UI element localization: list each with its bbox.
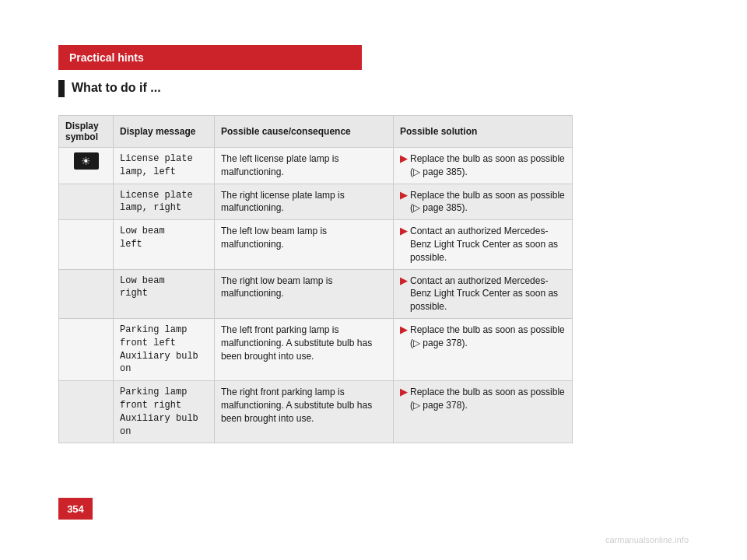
solution-cell: ▶Contact an authorized Mercedes-Benz Lig… xyxy=(394,220,573,269)
solution-text: Replace the bulb as soon as possible (▷ … xyxy=(410,324,566,350)
table-row: ☀License plate lamp, leftThe left licens… xyxy=(59,148,573,184)
symbol-cell xyxy=(59,381,114,443)
cause-cell: The left front parking lamp is malfuncti… xyxy=(215,318,394,380)
subsection-title: What to do if ... xyxy=(72,81,161,95)
message-cell: License plate lamp, left xyxy=(114,148,215,184)
section-header-text: Practical hints xyxy=(69,51,144,64)
message-cell: Low beam left xyxy=(114,220,215,269)
solution-text: Contact an authorized Mercedes-Benz Ligh… xyxy=(410,225,566,264)
solution-text: Contact an authorized Mercedes-Benz Ligh… xyxy=(410,275,566,313)
cause-cell: The left low beam lamp is malfunctioning… xyxy=(215,220,394,269)
section-header: Practical hints xyxy=(58,45,362,70)
message-cell: Parking lamp front right Auxiliary bulb … xyxy=(114,381,215,443)
cause-cell: The right low beam lamp is malfunctionin… xyxy=(215,269,394,318)
solution-text: Replace the bulb as soon as possible (▷ … xyxy=(410,152,566,179)
arrow-icon: ▶ xyxy=(400,275,407,288)
solution-text: Replace the bulb as soon as possible (▷ … xyxy=(410,386,566,412)
col-header-message: Display message xyxy=(114,116,215,148)
main-table: Display symbol Display message Possible … xyxy=(58,115,573,443)
arrow-icon: ▶ xyxy=(400,152,407,166)
solution-cell: ▶Replace the bulb as soon as possible (▷… xyxy=(394,148,573,184)
page-container: Practical hints What to do if ... Displa… xyxy=(0,0,747,560)
symbol-cell: ☀ xyxy=(59,148,114,184)
solution-text: Replace the bulb as soon as possible (▷ … xyxy=(410,189,566,215)
message-cell: Parking lamp front left Auxiliary bulb o… xyxy=(114,318,215,380)
symbol-cell xyxy=(59,269,114,318)
arrow-icon: ▶ xyxy=(400,225,407,238)
solution-cell: ▶Replace the bulb as soon as possible (▷… xyxy=(394,184,573,220)
cause-cell: The left license plate lamp is malfuncti… xyxy=(215,148,394,184)
solution-cell: ▶Contact an authorized Mercedes-Benz Lig… xyxy=(394,269,573,318)
page-number: 354 xyxy=(67,503,84,515)
watermark: carmanualsonline.info xyxy=(605,535,689,544)
arrow-icon: ▶ xyxy=(400,386,407,399)
symbol-cell xyxy=(59,184,114,220)
message-cell: License plate lamp, right xyxy=(114,184,215,220)
solution-cell: ▶Replace the bulb as soon as possible (▷… xyxy=(394,318,573,380)
lamp-icon: ☀ xyxy=(74,152,99,170)
cause-cell: The right license plate lamp is malfunct… xyxy=(215,184,394,220)
arrow-icon: ▶ xyxy=(400,324,407,337)
table-row: Parking lamp front left Auxiliary bulb o… xyxy=(59,318,573,380)
col-header-cause: Possible cause/consequence xyxy=(215,116,394,148)
solution-cell: ▶Replace the bulb as soon as possible (▷… xyxy=(394,381,573,443)
subsection-bullet xyxy=(58,80,65,97)
table-row: Parking lamp front right Auxiliary bulb … xyxy=(59,381,573,443)
page-number-box: 354 xyxy=(58,498,93,520)
col-header-symbol: Display symbol xyxy=(59,116,114,148)
table-row: Low beam leftThe left low beam lamp is m… xyxy=(59,220,573,269)
symbol-cell xyxy=(59,318,114,380)
cause-cell: The right front parking lamp is malfunct… xyxy=(215,381,394,443)
message-cell: Low beam right xyxy=(114,269,215,318)
table-row: Low beam rightThe right low beam lamp is… xyxy=(59,269,573,318)
arrow-icon: ▶ xyxy=(400,189,407,202)
col-header-solution: Possible solution xyxy=(394,116,573,148)
symbol-cell xyxy=(59,220,114,269)
table-row: License plate lamp, rightThe right licen… xyxy=(59,184,573,220)
